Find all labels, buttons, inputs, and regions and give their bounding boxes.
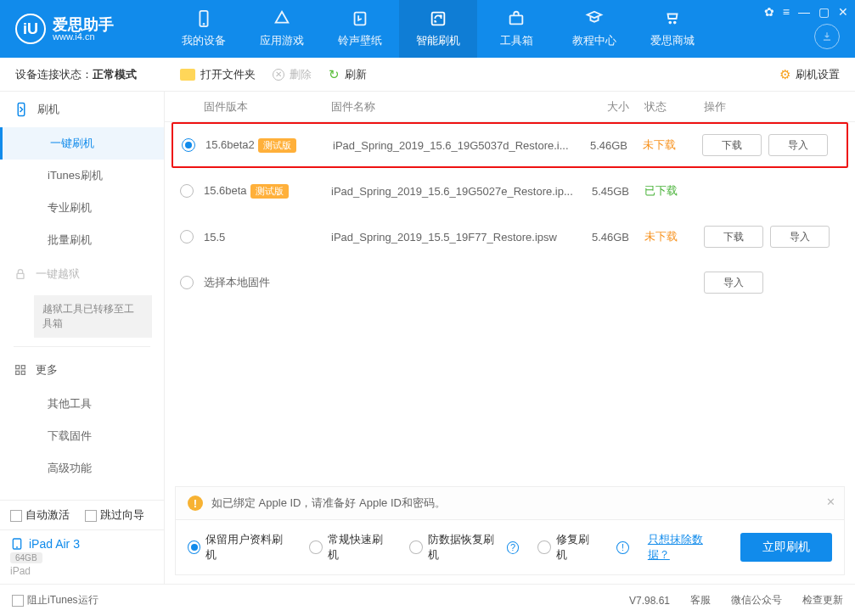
beta-tag: 测试版 <box>250 184 289 199</box>
sidebar-item-oneclick[interactable]: 一键刷机 <box>0 127 164 160</box>
sidebar-item-other[interactable]: 其他工具 <box>0 388 164 420</box>
minimize-icon[interactable]: — <box>796 3 812 20</box>
footer: 阻止iTunes运行 V7.98.61 客服 微信公众号 检查更新 <box>0 584 855 616</box>
device-status: 设备连接状态：正常模式 <box>0 67 165 82</box>
svg-rect-4 <box>510 15 523 24</box>
sidebar: 刷机 一键刷机 iTunes刷机 专业刷机 批量刷机 一键越狱 越狱工具已转移至… <box>0 92 165 584</box>
maximize-icon[interactable]: ▢ <box>817 3 831 20</box>
close-icon[interactable]: ✕ <box>836 3 850 20</box>
table-row[interactable]: 15.6beta测试版iPad_Spring_2019_15.6_19G5027… <box>172 168 848 214</box>
download-button[interactable]: 下载 <box>704 226 763 248</box>
firmware-name: iPad_Spring_2019_15.6_19G5037d_Restore.i… <box>333 139 575 152</box>
row-radio[interactable] <box>182 138 195 152</box>
firmware-version: 15.6beta测试版 <box>204 184 331 199</box>
firmware-size: 5.46GB <box>577 231 644 244</box>
svg-point-14 <box>17 547 18 548</box>
row-radio[interactable] <box>180 230 194 244</box>
sidebar-item-dlfw[interactable]: 下载固件 <box>0 420 164 452</box>
flash-now-button[interactable]: 立即刷机 <box>740 533 832 562</box>
svg-rect-10 <box>21 365 25 368</box>
download-button[interactable]: 下载 <box>702 134 762 156</box>
device-info[interactable]: iPad Air 3 64GB iPad <box>0 529 164 584</box>
lock-icon <box>14 267 27 281</box>
firmware-size: 5.45GB <box>577 185 644 198</box>
svg-point-6 <box>674 22 676 24</box>
wechat-link[interactable]: 微信公众号 <box>731 593 782 608</box>
table-row[interactable]: 15.6beta2测试版iPad_Spring_2019_15.6_19G503… <box>172 122 848 168</box>
sidebar-item-advanced[interactable]: 高级功能 <box>0 452 164 484</box>
svg-point-1 <box>204 24 205 25</box>
sub-toolbar: 设备连接状态：正常模式 打开文件夹 ✕删除 ↻刷新 ⚙刷机设置 <box>0 58 855 92</box>
brand-name: 爱思助手 <box>53 17 114 32</box>
refresh-icon: ↻ <box>329 67 340 82</box>
row-radio[interactable] <box>180 276 194 289</box>
check-update-link[interactable]: 检查更新 <box>802 593 843 608</box>
open-folder-button[interactable]: 打开文件夹 <box>180 67 256 82</box>
nav-apps[interactable]: 应用游戏 <box>243 0 321 58</box>
flash-options: 保留用户资料刷机 常规快速刷机 防数据恢复刷机? 修复刷机 ! 只想抹除数据？ … <box>175 520 845 575</box>
row-radio[interactable] <box>180 184 194 198</box>
firmware-name: iPad_Spring_2019_15.5_19F77_Restore.ipsw <box>331 231 577 244</box>
firmware-status: 未下载 <box>644 229 704 244</box>
nav-ringtone[interactable]: 铃声壁纸 <box>321 0 399 58</box>
auto-activate-checkbox[interactable]: 自动激活 <box>10 507 70 523</box>
top-nav: 我的设备 应用游戏 铃声壁纸 智能刷机 工具箱 教程中心 爱思商城 <box>165 0 712 58</box>
info-icon[interactable]: ? <box>507 541 519 554</box>
svg-rect-12 <box>21 371 25 374</box>
table-header: 固件版本 固件名称 大小 状态 操作 <box>165 92 855 122</box>
firmware-name: iPad_Spring_2019_15.6_19G5027e_Restore.i… <box>331 185 577 198</box>
content: 固件版本 固件名称 大小 状态 操作 15.6beta2测试版iPad_Spri… <box>165 92 855 584</box>
flash-settings-button[interactable]: ⚙刷机设置 <box>779 67 840 82</box>
brand: iU 爱思助手 www.i4.cn <box>0 14 165 44</box>
notice-close-button[interactable]: ✕ <box>826 496 835 508</box>
table-row[interactable]: 选择本地固件导入 <box>172 260 848 305</box>
support-link[interactable]: 客服 <box>690 593 711 608</box>
sidebar-group-jailbreak: 一键越狱 <box>0 256 164 292</box>
wipe-only-link[interactable]: 只想抹除数据？ <box>648 532 723 563</box>
grid-icon <box>14 363 27 377</box>
opt-antirecovery[interactable]: 防数据恢复刷机? <box>409 532 519 563</box>
sidebar-jailbreak-note: 越狱工具已转移至工具箱 <box>34 295 152 338</box>
delete-button: ✕删除 <box>273 67 312 82</box>
logo-icon: iU <box>15 14 46 44</box>
sidebar-item-batch[interactable]: 批量刷机 <box>0 224 164 256</box>
svg-rect-3 <box>432 13 445 25</box>
info-icon[interactable]: ! <box>616 541 629 554</box>
firmware-list: 15.6beta2测试版iPad_Spring_2019_15.6_19G503… <box>165 122 855 479</box>
sidebar-group-flash[interactable]: 刷机 <box>0 92 164 127</box>
refresh-button[interactable]: ↻刷新 <box>329 67 367 82</box>
import-button[interactable]: 导入 <box>768 134 828 156</box>
sidebar-item-itunes[interactable]: iTunes刷机 <box>0 160 164 192</box>
folder-icon <box>180 69 195 81</box>
nav-store[interactable]: 爱思商城 <box>633 0 712 58</box>
firmware-version: 15.5 <box>204 231 331 244</box>
firmware-version: 15.6beta2测试版 <box>205 138 333 153</box>
brand-site: www.i4.cn <box>53 32 114 42</box>
svg-rect-9 <box>16 365 20 368</box>
menu-icon[interactable]: ≡ <box>781 3 791 20</box>
storage-chip: 64GB <box>10 552 42 563</box>
sidebar-item-pro[interactable]: 专业刷机 <box>0 192 164 224</box>
opt-normal[interactable]: 常规快速刷机 <box>309 532 391 563</box>
opt-keep-data[interactable]: 保留用户资料刷机 <box>188 532 290 563</box>
sidebar-group-more[interactable]: 更多 <box>0 352 164 388</box>
nav-my-device[interactable]: 我的设备 <box>165 0 243 58</box>
firmware-status: 未下载 <box>643 137 702 153</box>
nav-tutorial[interactable]: 教程中心 <box>555 0 633 58</box>
nav-toolbox[interactable]: 工具箱 <box>477 0 555 58</box>
theme-icon[interactable]: ✿ <box>762 3 776 20</box>
table-row[interactable]: 15.5iPad_Spring_2019_15.5_19F77_Restore.… <box>172 214 848 260</box>
firmware-status: 已下载 <box>644 183 704 199</box>
svg-rect-7 <box>18 104 25 116</box>
import-button[interactable]: 导入 <box>704 272 763 294</box>
skip-guide-checkbox[interactable]: 跳过向导 <box>85 507 144 523</box>
block-itunes-checkbox[interactable]: 阻止iTunes运行 <box>12 593 98 608</box>
download-bubble-icon[interactable] <box>814 24 840 49</box>
import-button[interactable]: 导入 <box>770 226 830 248</box>
nav-flash[interactable]: 智能刷机 <box>399 0 477 58</box>
opt-repair[interactable]: 修复刷机 <box>537 532 598 563</box>
firmware-size: 5.46GB <box>575 139 643 152</box>
notice-banner: ! 如已绑定 Apple ID，请准备好 Apple ID和密码。 ✕ <box>175 486 845 520</box>
svg-rect-8 <box>17 273 24 278</box>
version-label: V7.98.61 <box>629 595 670 607</box>
